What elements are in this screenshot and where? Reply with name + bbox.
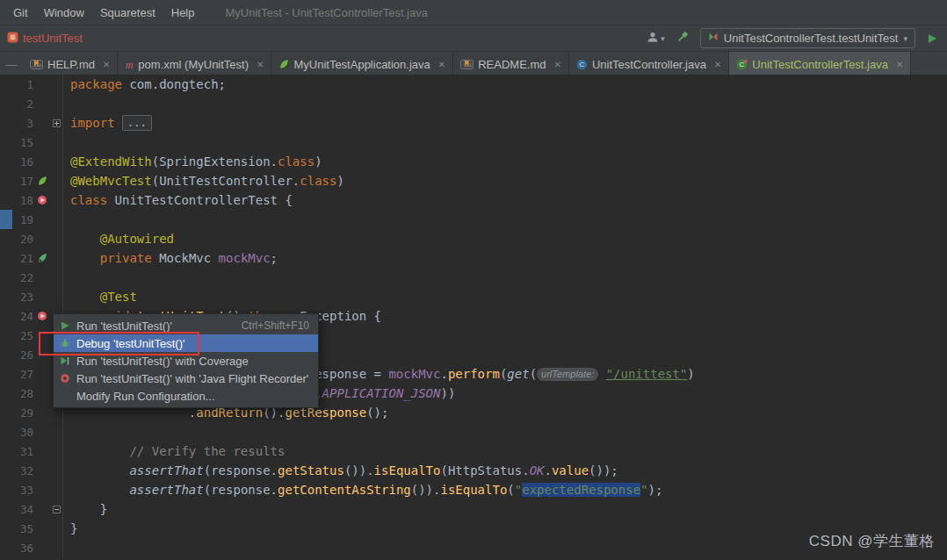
close-icon[interactable]: ✕: [714, 60, 721, 69]
jfr-icon: [58, 373, 72, 384]
code-line-33: 33 assertThat(response.getContentAsStrin…: [0, 480, 947, 499]
breadcrumb-label: testUnitTest: [23, 32, 83, 45]
svg-text:C: C: [579, 61, 584, 68]
code-text: class UnitTestControllerTest {: [62, 190, 947, 210]
tab-label: HELP.md: [47, 58, 95, 71]
build-hammer-button[interactable]: [676, 30, 690, 47]
window-title: MyUnitTest - UnitTestControllerTest.java: [226, 6, 428, 19]
line-number: 24: [0, 310, 33, 323]
parameter-hint-chip: urlTemplate:: [537, 368, 598, 381]
run-context-menu: Run 'testUnitTest()'Ctrl+Shift+F10Debug …: [53, 313, 319, 408]
line-number: 25: [0, 329, 33, 342]
tab-label: README.md: [478, 58, 546, 71]
code-text: }: [62, 499, 947, 519]
menu-item-modify-run-configuration[interactable]: Modify Run Configuration...: [54, 387, 318, 405]
debug-annotation-box: [39, 332, 199, 355]
menu-help[interactable]: Help: [163, 6, 203, 19]
line-number: 23: [0, 291, 33, 304]
tab-help-md[interactable]: M↓HELP.md✕: [23, 52, 118, 76]
run-button[interactable]: [926, 32, 938, 45]
menu-item-label: Run 'testUnitTest()' with 'Java Flight R…: [76, 372, 308, 385]
code-line-2: 2: [0, 94, 947, 113]
coverage-icon: [58, 355, 72, 366]
line-number: 17: [0, 175, 33, 188]
chevron-down-icon: ▾: [903, 34, 907, 43]
class-file-icon: C: [576, 59, 588, 70]
code-text: @Test: [62, 287, 947, 306]
close-icon[interactable]: ✕: [257, 60, 264, 69]
tabs-container: M↓HELP.md✕mpom.xml (MyUnitTest)✕MyUnitTe…: [23, 52, 911, 76]
line-number: 29: [0, 406, 33, 420]
code-line-18: 18class UnitTestControllerTest {: [0, 190, 947, 210]
code-line-17: 17@WebMvcTest(UnitTestController.class): [0, 171, 947, 190]
close-icon[interactable]: ✕: [438, 60, 445, 69]
user-avatar-button[interactable]: ▾: [647, 31, 665, 46]
fold-marker-icon[interactable]: [51, 506, 62, 513]
editor-tab-bar: — M↓HELP.md✕mpom.xml (MyUnitTest)✕MyUnit…: [0, 51, 947, 77]
code-line-1: 1package com.dongtech;: [0, 75, 947, 94]
code-text: [62, 422, 947, 442]
ide-window: GitWindowSquaretestHelp MyUnitTest - Uni…: [0, 0, 947, 560]
code-line-16: 16@ExtendWith(SpringExtension.class): [0, 152, 947, 171]
tab-pom-xml-myunittest-[interactable]: mpom.xml (MyUnitTest)✕: [118, 52, 271, 76]
close-icon[interactable]: ✕: [103, 60, 110, 69]
line-number: 26: [0, 348, 33, 362]
code-text: [62, 210, 947, 229]
code-text: [62, 133, 947, 152]
fold-marker-icon[interactable]: [51, 119, 62, 127]
run-config-label: UnitTestControllerTest.testUnitTest: [724, 32, 899, 45]
run-config-selector[interactable]: UnitTestControllerTest.testUnitTest ▾: [700, 28, 915, 48]
menu-git[interactable]: Git: [5, 6, 36, 19]
selected-text: expectedResponse: [522, 483, 640, 497]
run-test-gutter-icon[interactable]: [33, 311, 51, 321]
tab-myunittestapplication-java[interactable]: MyUnitTestApplication.java✕: [271, 52, 453, 76]
line-number: 16: [0, 155, 33, 169]
svg-text:m: m: [126, 59, 134, 70]
line-number: 31: [0, 445, 33, 458]
line-number: 33: [0, 484, 33, 497]
line-number: 27: [0, 368, 33, 381]
tab-readme-md[interactable]: M↓README.md✕: [453, 52, 569, 76]
code-line-22: 22: [0, 268, 947, 287]
menu-window[interactable]: Window: [36, 6, 92, 19]
active-line-indicator: [0, 210, 12, 229]
chevron-down-icon: ▾: [661, 34, 665, 43]
menu-item-run-testunittest-with-java-flight-recorder[interactable]: Run 'testUnitTest()' with 'Java Flight R…: [54, 370, 318, 387]
code-line-34: 34 }: [0, 499, 947, 519]
code-line-31: 31 // Verify the results: [0, 442, 947, 461]
svg-text:C: C: [740, 61, 745, 68]
code-text: [62, 94, 947, 113]
svg-text:↓: ↓: [469, 61, 473, 68]
watermark: CSDN @学生董格: [809, 531, 935, 551]
menu-item-label: Run 'testUnitTest()' with Coverage: [76, 355, 249, 368]
tab-unittestcontroller-java[interactable]: CUnitTestController.java✕: [569, 52, 729, 76]
close-icon[interactable]: ✕: [896, 60, 903, 69]
menu-item-label: Modify Run Configuration...: [76, 390, 215, 403]
code-text: @ExtendWith(SpringExtension.class): [62, 152, 947, 171]
spring-leaf-gutter-icon[interactable]: [33, 176, 51, 186]
tab-label: UnitTestControllerTest.java: [752, 58, 888, 71]
line-number: 15: [0, 136, 33, 149]
code-text: // Verify the results: [62, 442, 947, 461]
breadcrumb[interactable]: testUnitTest: [7, 32, 83, 46]
menu-squaretest[interactable]: Squaretest: [92, 6, 163, 19]
run-test-gutter-icon[interactable]: [33, 195, 51, 205]
close-icon[interactable]: ✕: [553, 60, 560, 69]
tab-unittestcontrollertest-java[interactable]: CUnitTestControllerTest.java✕: [729, 52, 911, 76]
code-line-35: 35}: [0, 519, 947, 538]
code-line-23: 23 @Test: [0, 287, 947, 306]
line-number: 18: [0, 194, 33, 207]
folded-imports-region[interactable]: ...: [122, 115, 152, 131]
menu-bar: GitWindowSquaretestHelp MyUnitTest - Uni…: [0, 0, 947, 25]
navigation-bar: testUnitTest ▾ UnitTestControllerTest.te…: [0, 25, 947, 51]
hide-tabs-icon[interactable]: —: [0, 52, 23, 76]
menu-shortcut: Ctrl+Shift+F10: [242, 319, 309, 332]
line-number: 32: [0, 464, 33, 477]
code-text: assertThat(response.getContentAsString()…: [62, 480, 947, 499]
line-number: 34: [0, 503, 33, 516]
line-number: 1: [0, 78, 33, 91]
code-line-3: 3import ...: [0, 113, 947, 133]
user-icon: [647, 31, 659, 46]
spring-bean-gutter-icon[interactable]: [33, 253, 51, 263]
code-line-30: 30: [0, 422, 947, 442]
